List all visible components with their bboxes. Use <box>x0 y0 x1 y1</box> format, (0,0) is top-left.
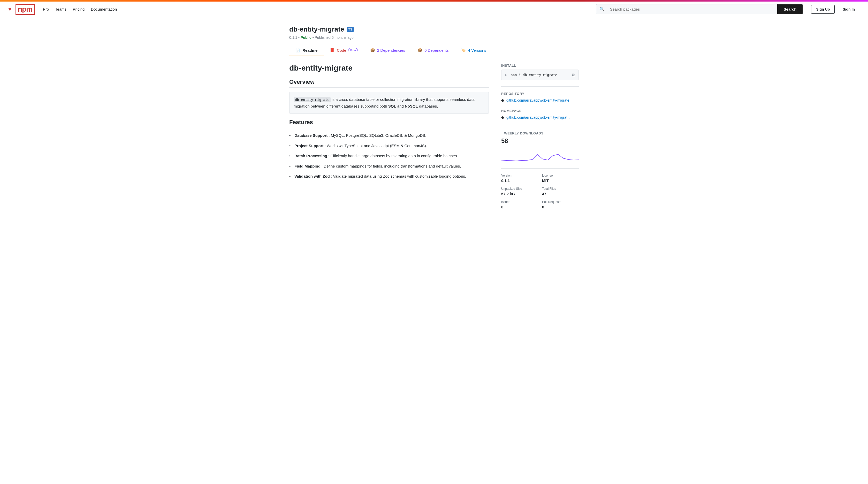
repository-url: github.com/arrayappy/db-entity-migrate <box>506 98 569 102</box>
overview-text-end: databases. <box>419 104 438 108</box>
divider-3 <box>501 168 579 169</box>
tab-dependents[interactable]: 📦 0 Dependents <box>411 45 455 56</box>
readme-tab-icon: 📄 <box>296 48 300 53</box>
total-files-item: Total Files 47 <box>542 187 579 196</box>
weekly-downloads-label: ↓ Weekly Downloads <box>501 131 579 135</box>
homepage-icon: ◆ <box>501 115 504 120</box>
tab-readme[interactable]: 📄 Readme <box>289 45 323 56</box>
install-prompt: > <box>505 73 507 77</box>
feature-item-2: Project Support : Works wit TypeScript a… <box>289 143 489 149</box>
signin-button[interactable]: Sign In <box>838 5 860 14</box>
unpacked-size-label: Unpacked Size <box>501 187 538 190</box>
weekly-downloads-label-text: Weekly Downloads <box>504 131 543 135</box>
homepage-label: Homepage <box>501 109 579 113</box>
total-files-label: Total Files <box>542 187 579 190</box>
install-command: > npm i db-entity-migrate <box>505 73 572 77</box>
package-header: db-entity-migrate TS 0.1.1 • Public • Pu… <box>289 25 579 39</box>
nav-links: Pro Teams Pricing Documentation <box>43 7 117 12</box>
install-command-text: npm i db-entity-migrate <box>511 73 557 77</box>
features-heading: Features <box>289 119 489 128</box>
install-label: Install <box>501 64 579 67</box>
unpacked-size-item: Unpacked Size 57.2 kB <box>501 187 538 196</box>
repository-link[interactable]: ◆ github.com/arrayappy/db-entity-migrate <box>501 98 579 103</box>
unpacked-size-value: 57.2 kB <box>501 191 538 196</box>
chart-line <box>501 154 579 161</box>
pull-requests-item: Pull Requests 0 <box>542 200 579 209</box>
tab-code[interactable]: 📕 Code Beta <box>323 45 364 56</box>
readme-section: db-entity-migrate Overview db-entity-mig… <box>289 64 489 209</box>
dependents-tab-icon: 📦 <box>417 48 422 53</box>
feature-bold-5: Validation with Zod <box>294 174 330 178</box>
overview-code: db-entity-migrate <box>293 97 331 102</box>
nav-auth: Sign Up Sign In <box>811 5 860 14</box>
overview-paragraph: db-entity-migrate is a cross database ta… <box>289 92 489 114</box>
downloads-chart-svg <box>501 147 579 162</box>
nav-link-pro[interactable]: Pro <box>43 7 49 11</box>
package-meta-dot2: • <box>312 35 315 39</box>
feature-bold-2: Project Support <box>294 144 323 148</box>
overview-heading: Overview <box>289 79 489 88</box>
search-input[interactable] <box>608 4 777 14</box>
nav-link-pricing[interactable]: Pricing <box>73 7 85 11</box>
feature-text-4: : Define custom mappings for fields, inc… <box>321 164 461 168</box>
package-visibility: Public <box>301 35 311 39</box>
feature-bold-4: Field Mapping <box>294 164 320 168</box>
overview-sql: SQL <box>388 104 396 108</box>
search-icon: 🔍 <box>596 7 608 12</box>
package-meta-dot1: • <box>298 35 301 39</box>
search-button[interactable]: Search <box>777 4 803 14</box>
version-label: Version <box>501 174 538 177</box>
overview-text-mid: and <box>397 104 405 108</box>
divider-1 <box>501 86 579 87</box>
dependents-tab-label: 0 Dependents <box>425 48 448 53</box>
issues-item: Issues 0 <box>501 200 538 209</box>
homepage-section: Homepage ◆ github.com/arrayappy/db-entit… <box>501 109 579 120</box>
license-label: License <box>542 174 579 177</box>
feature-text-1: : MySQL, PostgreSQL, SQLite3, OracleDB, … <box>329 133 427 138</box>
pull-requests-label: Pull Requests <box>542 200 579 204</box>
signup-button[interactable]: Sign Up <box>811 5 835 14</box>
npm-logo: npm <box>16 4 35 15</box>
nav-link-teams[interactable]: Teams <box>55 7 66 11</box>
readme-title: db-entity-migrate <box>289 64 489 72</box>
dependencies-tab-icon: 📦 <box>370 48 375 53</box>
copy-icon[interactable]: ⧉ <box>572 72 575 77</box>
navigation: ♥ npm Pro Teams Pricing Documentation 🔍 … <box>0 2 868 17</box>
feature-item-1: Database Support : MySQL, PostgreSQL, SQ… <box>289 132 489 139</box>
tab-versions[interactable]: 🏷️ 4 Versions <box>455 45 492 56</box>
feature-text-5: : Validate migrated data using Zod schem… <box>331 174 466 178</box>
nav-link-documentation[interactable]: Documentation <box>91 7 117 11</box>
typescript-badge: TS <box>347 27 353 32</box>
feature-text-2: : Works wit TypeScript and Javascript (E… <box>325 144 427 148</box>
versions-tab-label: 4 Versions <box>468 48 486 53</box>
package-tabs: 📄 Readme 📕 Code Beta 📦 2 Dependencies 📦 … <box>289 45 579 56</box>
download-icon: ↓ <box>501 131 504 135</box>
downloads-chart <box>501 147 579 162</box>
feature-item-3: Batch Processing : Efficiently handle la… <box>289 153 489 159</box>
package-name: db-entity-migrate <box>289 25 344 33</box>
install-box: > npm i db-entity-migrate ⧉ <box>501 69 579 80</box>
code-tab-icon: 📕 <box>330 48 335 53</box>
overview-nosql: NoSQL <box>405 104 418 108</box>
code-tab-label: Code <box>337 48 346 53</box>
beta-badge: Beta <box>348 48 358 52</box>
homepage-link[interactable]: ◆ github.com/arrayappy/db-entity-migrat.… <box>501 115 579 120</box>
features-list: Database Support : MySQL, PostgreSQL, SQ… <box>289 132 489 180</box>
weekly-downloads-section: ↓ Weekly Downloads 58 <box>501 131 579 162</box>
search-bar: 🔍 Search <box>596 4 803 14</box>
readme-tab-label: Readme <box>303 48 317 53</box>
content-layout: db-entity-migrate Overview db-entity-mig… <box>289 64 579 209</box>
homepage-url: github.com/arrayappy/db-entity-migrat... <box>506 115 570 119</box>
nav-heart-icon: ♥ <box>8 6 11 12</box>
dependencies-tab-label: 2 Dependencies <box>377 48 405 53</box>
versions-tab-icon: 🏷️ <box>461 48 466 53</box>
feature-bold-3: Batch Processing <box>294 154 327 158</box>
meta-grid: Version 0.1.1 License MIT Unpacked Size … <box>501 174 579 209</box>
license-item: License MIT <box>542 174 579 183</box>
tab-dependencies[interactable]: 📦 2 Dependencies <box>364 45 411 56</box>
package-title-row: db-entity-migrate TS <box>289 25 579 33</box>
repository-section: Repository ◆ github.com/arrayappy/db-ent… <box>501 92 579 103</box>
license-value: MIT <box>542 178 579 183</box>
feature-bold-1: Database Support <box>294 133 328 138</box>
version-item: Version 0.1.1 <box>501 174 538 183</box>
